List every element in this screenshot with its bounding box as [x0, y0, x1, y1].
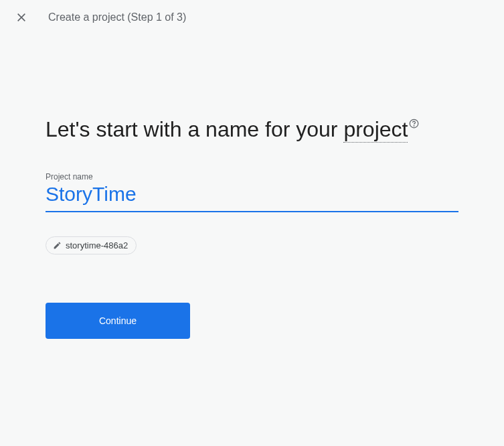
- project-name-input[interactable]: [46, 181, 458, 212]
- help-icon: [409, 119, 419, 129]
- help-button[interactable]: [409, 119, 419, 129]
- dialog-title: Create a project (Step 1 of 3): [48, 11, 186, 23]
- page-heading: Let's start with a name for your project: [46, 115, 458, 144]
- heading-term: project: [343, 117, 408, 143]
- pencil-icon: [53, 241, 62, 250]
- dialog-content: Let's start with a name for your project…: [0, 35, 504, 339]
- close-button[interactable]: [13, 9, 29, 25]
- close-icon: [16, 12, 27, 23]
- project-id-text: storytime-486a2: [66, 240, 128, 250]
- dialog-header: Create a project (Step 1 of 3): [0, 0, 504, 35]
- project-id-chip[interactable]: storytime-486a2: [46, 236, 137, 254]
- svg-point-3: [414, 126, 415, 127]
- project-name-field: Project name: [46, 172, 458, 212]
- continue-button[interactable]: Continue: [46, 303, 190, 339]
- heading-prefix: Let's start with a name for your: [46, 117, 343, 141]
- project-name-label: Project name: [46, 172, 458, 181]
